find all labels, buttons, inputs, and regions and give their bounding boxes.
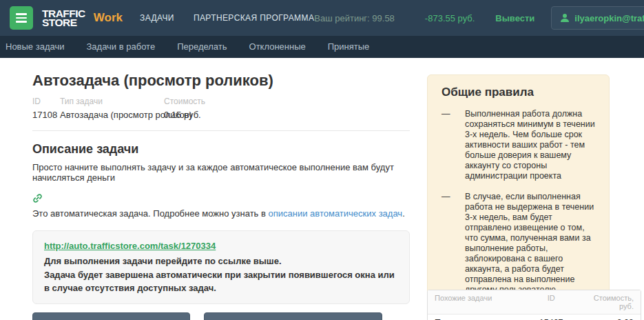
auto-task-note: Это автоматическая задача. Подробнее мож… — [32, 208, 410, 219]
auto-tasks-description-link[interactable]: описании автоматических задач — [269, 208, 403, 219]
back-to-task-list-button[interactable]: ВЕРНУТЬСЯ К СПИСКУ ЗАДАЧ — [32, 312, 190, 320]
similar-tasks-header-row: Похожие задачи ID Стоимость, руб. — [428, 290, 641, 314]
logo-work-label: Work — [94, 11, 123, 25]
rule-text: В случае, если выполненная работа не выд… — [465, 192, 595, 295]
section-divider — [32, 130, 410, 131]
user-rating: Ваш рейтинг: 99.58 — [314, 13, 395, 23]
user-menu-button[interactable]: ilyaeropkin@trafficstore.ru — [551, 6, 644, 30]
dash-marker: — — [442, 109, 465, 181]
action-buttons: ВЕРНУТЬСЯ К СПИСКУ ЗАДАЧ ✖ОТКАЗАТЬСЯ ОТ … — [32, 312, 410, 320]
auto-task-note-period: . — [402, 208, 405, 219]
back-button-label: ВЕРНУТЬСЯ К СПИСКУ ЗАДАЧ — [48, 313, 175, 320]
auto-task-note-text: Это автоматическая задача. Подробнее мож… — [32, 208, 269, 219]
tab-new-tasks[interactable]: Новые задачи — [0, 36, 75, 58]
nav-item-tasks[interactable]: ЗАДАЧИ — [140, 13, 174, 23]
meta-header-id: ID — [32, 97, 60, 106]
decline-button-label: ОТКАЗАТЬСЯ ОТ ВЫПОЛНЕНИЯ — [232, 313, 367, 320]
general-rules-panel: Общие правила — Выполненная работа должн… — [427, 74, 610, 310]
decline-task-button[interactable]: ✖ОТКАЗАТЬСЯ ОТ ВЫПОЛНЕНИЯ — [204, 312, 382, 320]
user-email: ilyaeropkin@trafficstore.ru — [574, 13, 644, 23]
table-row: Просмотр роликов 15407 0.03 — [428, 314, 641, 320]
task-detail-panel: Автозадача (просмотр роликов) ID Тип зад… — [32, 72, 410, 320]
nav-item-partner-program[interactable]: ПАРТНЕРСКАЯ ПРОГРАММА — [194, 13, 314, 23]
hamburger-menu-icon[interactable] — [10, 6, 33, 30]
task-status-tabs: Новые задачи Задачи в работе Переделать … — [0, 36, 644, 58]
withdraw-link[interactable]: Вывести — [495, 13, 534, 23]
meta-header-cost: Стоимость — [164, 97, 410, 106]
logo[interactable]: TRAFFIC STORE — [42, 9, 85, 27]
rule-item: — В случае, если выполненная работа не в… — [442, 192, 595, 295]
user-icon — [560, 13, 570, 23]
task-type-value: Автозадача (просмотр роликов) — [60, 110, 164, 120]
similar-task-name[interactable]: Просмотр роликов — [428, 314, 526, 320]
top-header: TRAFFIC STORE Work ЗАДАЧИ ПАРТНЕРСКАЯ ПР… — [0, 0, 644, 36]
dash-marker: — — [442, 192, 465, 295]
similar-header-cost: Стоимость, руб. — [577, 290, 641, 314]
rules-heading: Общие правила — [442, 86, 595, 99]
balance-amount: -873.55 руб. — [425, 13, 475, 23]
similar-task-cost: 0.03 — [577, 314, 641, 320]
tab-rejected[interactable]: Отклоненные — [238, 36, 317, 58]
page-title: Автозадача (просмотр роликов) — [32, 72, 410, 90]
task-url-link[interactable]: http://auto.trafficstore.com/task/127033… — [44, 241, 216, 251]
similar-header-id: ID — [526, 290, 577, 314]
tab-tasks-in-progress[interactable]: Задачи в работе — [75, 36, 166, 58]
instruction-line-1: Для выполнения задачи перейдите по ссылк… — [44, 254, 398, 268]
description-intro: Просто начните выполнять задачу и за каж… — [32, 162, 410, 183]
tab-redo[interactable]: Переделать — [166, 36, 238, 58]
task-instructions-box: http://auto.trafficstore.com/task/127033… — [32, 230, 410, 304]
meta-header-type: Тип задачи — [60, 97, 164, 106]
task-id-value: 17108 — [32, 110, 60, 120]
link-icon — [32, 193, 43, 203]
rule-item: — Выполненная работа должна сохраняться … — [442, 109, 595, 181]
similar-header-name: Похожие задачи — [428, 290, 526, 314]
description-heading: Описание задачи — [32, 142, 410, 157]
rule-text: Выполненная работа должна сохраняться ми… — [465, 109, 595, 181]
task-cost-value: 0.15 руб. — [164, 110, 410, 120]
instruction-line-2: Задача будет завершена автоматически при… — [44, 268, 398, 295]
close-icon: ✖ — [219, 313, 226, 320]
tab-accepted[interactable]: Принятые — [317, 36, 381, 58]
similar-task-id: 15407 — [526, 314, 577, 320]
page: TRAFFIC STORE Work ЗАДАЧИ ПАРТНЕРСКАЯ ПР… — [0, 0, 644, 320]
task-meta-table: ID Тип задачи Стоимость 17108 Автозадача… — [32, 97, 410, 120]
similar-tasks-table: Похожие задачи ID Стоимость, руб. Просмо… — [427, 290, 641, 320]
